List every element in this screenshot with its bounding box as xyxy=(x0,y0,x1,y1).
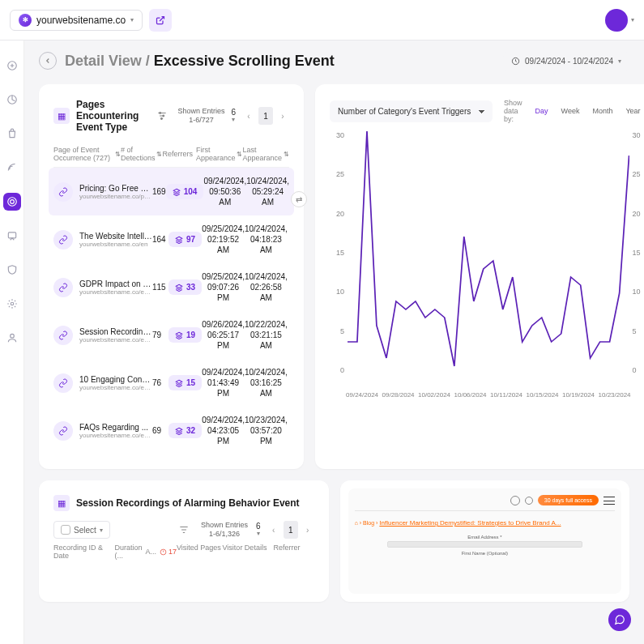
breadcrumb-prefix: Detail View / xyxy=(65,53,154,69)
menu-icon xyxy=(603,497,615,505)
sidebar-item-add[interactable] xyxy=(3,57,21,75)
chevron-down-icon: ▾ xyxy=(130,16,134,23)
last-appearance: 10/24/2024,05:29:24 AM xyxy=(246,176,289,207)
svg-point-8 xyxy=(160,113,161,114)
svg-point-5 xyxy=(11,302,14,305)
sidebar-item-analytics[interactable] xyxy=(3,91,21,109)
last-appearance: 10/24/2024,04:18:23 AM xyxy=(245,224,288,255)
open-external-button[interactable] xyxy=(149,9,172,32)
next-page[interactable]: › xyxy=(301,521,314,539)
show-by-label: Show data by: xyxy=(504,99,522,123)
link-icon xyxy=(53,421,73,441)
last-appearance: 10/23/2024,03:57:20 PM xyxy=(245,415,288,446)
col-duration[interactable]: Duration (... A... 17 xyxy=(114,544,177,560)
filter-button[interactable] xyxy=(175,521,193,539)
chart-metric-select[interactable]: Number of Category's Event Triggers xyxy=(330,100,493,122)
detections-value: 115 xyxy=(152,283,168,292)
last-appearance: 10/22/2024,03:21:15 AM xyxy=(245,319,288,351)
link-icon xyxy=(53,182,73,202)
range-day[interactable]: Day xyxy=(529,102,555,120)
avatar xyxy=(605,9,628,32)
page-name: 10 Engaging Content... xyxy=(79,375,152,384)
site-name: yourwebsitename.co xyxy=(36,15,126,26)
link-icon xyxy=(53,230,73,249)
referrers-badge[interactable]: 33 xyxy=(168,279,202,295)
chevron-down-icon: ▾ xyxy=(631,16,634,23)
sidebar-item-settings[interactable] xyxy=(3,295,21,313)
pages-card: ▦ Pages Encountering Event Type Shown En… xyxy=(39,84,304,469)
col-visitor[interactable]: Visitor Details xyxy=(223,544,274,560)
sidebar-item-bag[interactable] xyxy=(3,125,21,143)
sessions-card: ▦ Session Recordings of Alarming Behavio… xyxy=(39,480,329,602)
back-button[interactable] xyxy=(39,52,57,70)
preview-breadcrumb: ⌂ › Blog › Influencer Marketing Demystif… xyxy=(355,519,615,527)
sessions-icon: ▦ xyxy=(53,495,70,511)
range-week[interactable]: Week xyxy=(555,102,586,120)
pages-icon: ▦ xyxy=(53,108,70,124)
svg-point-6 xyxy=(10,334,14,338)
referrers-badge[interactable]: 19 xyxy=(168,327,202,343)
referrers-badge[interactable]: 104 xyxy=(166,184,204,199)
col-last[interactable]: Last Appearance⇅ xyxy=(242,146,289,162)
prev-page[interactable]: ‹ xyxy=(242,107,255,125)
first-appearance: 09/26/2024,06:25:17 PM xyxy=(202,319,245,351)
prev-page[interactable]: ‹ xyxy=(267,521,280,539)
site-icon: ✻ xyxy=(19,14,32,27)
table-row[interactable]: The Website Intellige... yourwebsitename… xyxy=(53,215,289,263)
pager: 6▾ ‹ 1 › xyxy=(256,521,314,539)
range-year[interactable]: Year xyxy=(619,102,644,120)
select-all[interactable]: Select▾ xyxy=(53,521,110,539)
sidebar-item-shield[interactable] xyxy=(3,261,21,279)
referrers-badge[interactable]: 32 xyxy=(168,423,202,438)
pager: 6▾ ‹ 1 › xyxy=(231,107,289,125)
sidebar-item-user[interactable] xyxy=(3,329,21,347)
svg-point-9 xyxy=(163,115,164,117)
col-ref[interactable]: Referrer xyxy=(273,544,313,560)
table-row[interactable]: 10 Engaging Content... yourwebsitename.c… xyxy=(53,359,289,407)
referrers-badge[interactable]: 97 xyxy=(168,232,202,247)
svg-rect-4 xyxy=(8,232,15,238)
last-appearance: 10/24/2024,02:26:58 AM xyxy=(245,271,288,303)
next-page[interactable]: › xyxy=(276,107,289,125)
sidebar-item-chat[interactable] xyxy=(3,227,21,245)
entries-info: Shown Entries 1-6/1,326 xyxy=(201,521,248,539)
sessions-title: Session Recordings of Alarming Behavior … xyxy=(76,497,314,509)
col-pages[interactable]: Visited Pages xyxy=(177,544,223,560)
col-page[interactable]: Page of Event Occurrence (727)⇅ xyxy=(53,146,121,162)
page-name: GDPR Impact on Soci... xyxy=(79,279,152,288)
breadcrumb: Detail View / Excessive Scrolling Event xyxy=(65,53,335,70)
first-appearance: 09/24/2024,04:23:05 PM xyxy=(202,415,245,446)
first-appearance: 09/25/2024,09:07:26 PM xyxy=(202,271,245,303)
filter-button[interactable] xyxy=(153,107,171,125)
help-button[interactable] xyxy=(608,608,631,631)
detections-value: 79 xyxy=(152,331,168,339)
col-id[interactable]: Recording ID & Date xyxy=(53,544,114,560)
first-appearance: 09/24/2024,01:43:49 PM xyxy=(202,367,245,399)
sidebar-item-events[interactable] xyxy=(3,193,21,211)
last-appearance: 10/24/2024,03:16:25 AM xyxy=(245,367,288,399)
page-name: FAQs Regarding ... xyxy=(79,423,152,432)
table-row[interactable]: Pricing: Go Free Fore... yourwebsitename… xyxy=(49,168,294,215)
table-header: Page of Event Occurrence (727)⇅ # of Det… xyxy=(53,141,289,168)
sidebar-item-signal[interactable] xyxy=(3,159,21,177)
col-referrers[interactable]: Referrers xyxy=(162,146,195,162)
clock-icon xyxy=(511,57,520,66)
globe-icon xyxy=(510,496,520,505)
account-menu[interactable]: ▾ xyxy=(605,9,634,32)
swap-button[interactable]: ⇄ xyxy=(291,191,307,207)
session-preview[interactable]: 30 days full access ⌂ › Blog › Influence… xyxy=(348,488,621,594)
link-icon xyxy=(53,326,73,345)
col-first[interactable]: First Appearance⇅ xyxy=(196,146,243,162)
site-selector[interactable]: ✻ yourwebsitename.co ▾ xyxy=(10,10,143,31)
col-detections[interactable]: # of Detections⇅ xyxy=(121,146,163,162)
detections-value: 169 xyxy=(152,187,166,196)
date-range-picker[interactable]: 09/24/2024 - 10/24/2024 ▾ xyxy=(503,52,629,70)
page-url: yourwebsitename.co/pric... xyxy=(79,193,152,200)
detections-value: 76 xyxy=(152,378,168,387)
table-row[interactable]: Session Recordings | ... yourwebsitename… xyxy=(53,311,289,359)
referrers-badge[interactable]: 15 xyxy=(168,375,202,390)
range-month[interactable]: Month xyxy=(586,102,619,120)
link-icon xyxy=(53,278,73,297)
table-row[interactable]: GDPR Impact on Soci... yourwebsitename.c… xyxy=(53,263,289,311)
table-row[interactable]: FAQs Regarding ... yourwebsitename.co/en… xyxy=(53,407,289,454)
